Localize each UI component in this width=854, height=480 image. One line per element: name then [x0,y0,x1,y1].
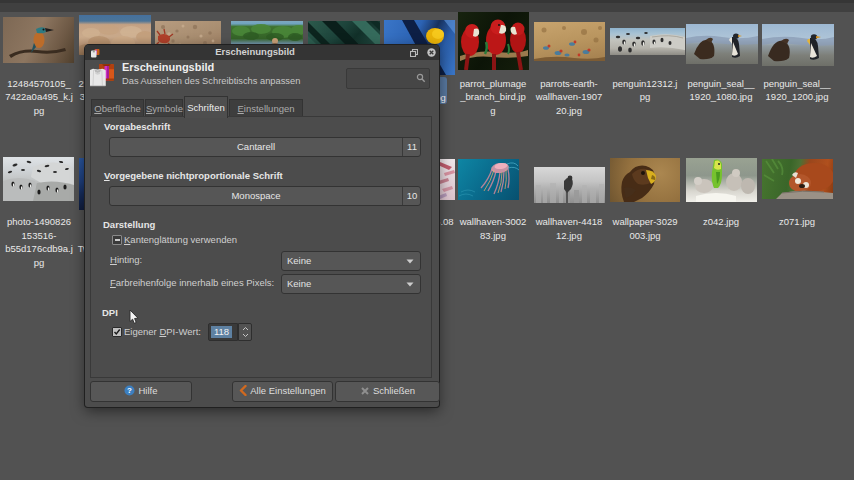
svg-text:?: ? [128,386,133,395]
